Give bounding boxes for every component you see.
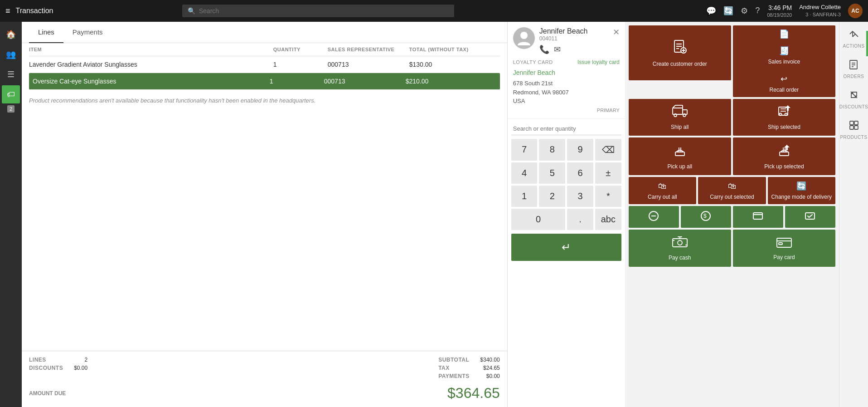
search-input[interactable] [199,7,449,15]
carry-out-all-label: Carry out all [648,194,677,200]
sidebar-item-tags[interactable]: 🏷 [2,85,20,103]
right-panel: Jennifer Beach 004011 📞 ✉ ✕ LOYALTY CARD… [507,22,625,407]
col-header-rep: SALES REPRESENTATIVE [328,47,409,52]
icon-tile-3-icon [752,211,763,224]
chat-icon[interactable]: 💬 [706,6,716,16]
num-4[interactable]: 4 [511,162,538,184]
sidebar-item-discounts[interactable]: DISCOUNTS [838,86,868,113]
sidebar-item-menu[interactable]: ☰ [2,65,20,83]
customer-loyalty-name[interactable]: Jennifer Beach [513,69,620,76]
create-customer-order-icon [672,39,688,58]
tiles-row-carry: 🛍 Carry out all 🛍 Carry out selected 🔄 C… [629,177,835,204]
svg-point-19 [785,113,787,115]
customer-contacts: 📞 ✉ [539,44,608,54]
ship-selected-label: Ship selected [768,124,800,130]
num-abc[interactable]: abc [595,209,621,230]
pickup-selected-tile[interactable]: Pick up selected [733,137,835,175]
num-dot[interactable]: . [567,209,593,230]
discounts-row: DISCOUNTS $0.00 [29,365,87,371]
recall-order-tile[interactable]: ↩ Recall order [733,70,835,97]
email-icon[interactable]: ✉ [554,44,561,54]
active-indicator [866,31,868,56]
tabs: Lines Payments [22,22,507,43]
topbar-right: 💬 🔄 ⚙ ? 3:46 PM 08/19/2020 Andrew Collet… [706,4,863,18]
num-backspace[interactable]: ⌫ [595,139,621,161]
icon-tile-1[interactable] [629,206,679,228]
svg-point-10 [674,114,677,117]
icon-tile-2[interactable]: $ [681,206,731,228]
help-icon[interactable]: ? [755,6,760,15]
svg-point-46 [855,96,856,98]
sidebar-item-products[interactable]: PRODUCTS [838,117,868,143]
enter-button[interactable]: ↵ [511,234,621,261]
refresh-icon[interactable]: 🔄 [723,6,733,16]
pay-card-icon [776,235,792,251]
left-sidebar: 🏠 👥 ☰ 🏷 2 [0,22,22,407]
pay-card-tile[interactable]: Pay card [733,230,835,266]
carry-out-all-icon: 🛍 [658,181,666,191]
pickup-selected-icon [777,143,791,161]
issue-loyalty-link[interactable]: Issue loyalty card [577,59,620,65]
num-9[interactable]: 9 [567,139,593,161]
num-8[interactable]: 8 [539,139,565,161]
settings-icon[interactable]: ⚙ [741,6,748,16]
num-6[interactable]: 6 [567,162,593,184]
sidebar-badge[interactable]: 2 [7,105,15,113]
sidebar-item-customers[interactable]: 👥 [2,45,20,64]
svg-point-0 [520,32,528,39]
products-label: PRODUCTS [840,135,867,140]
sidebar-item-home[interactable]: 🏠 [2,25,20,44]
phone-icon[interactable]: 📞 [539,44,549,54]
num-5[interactable]: 5 [539,162,565,184]
num-3[interactable]: 3 [567,186,593,207]
sidebar-item-actions[interactable]: ACTIONS [841,25,867,52]
tiles-row-2b: 🧾 Sales invoice ↩ Recall order [629,82,835,97]
change-mode-delivery-tile[interactable]: 🔄 Change mode of delivery [768,177,835,204]
tab-lines[interactable]: Lines [29,22,63,43]
num-multiply[interactable]: * [595,186,621,207]
ship-all-tile[interactable]: Ship all [629,99,731,136]
customer-info: Jennifer Beach 004011 📞 ✉ [539,27,608,54]
item-qty: 1 [270,78,324,85]
pickup-all-tile[interactable]: Pick up all [629,137,731,175]
create-customer-order-label: Create customer order [653,61,707,67]
create-quote-icon: 📄 [779,29,789,39]
svg-point-18 [779,113,781,115]
payments-row: PAYMENTS $0.00 [438,373,500,379]
numpad-search-input[interactable] [511,123,621,135]
customer-id: 004011 [539,35,608,42]
lines-row: LINES 2 [29,357,87,363]
ship-selected-tile[interactable]: Ship selected [733,99,835,136]
num-0[interactable]: 0 [511,209,566,230]
table-row[interactable]: Lavender Gradient Aviator Sunglasses 1 0… [29,56,500,73]
num-7[interactable]: 7 [511,139,538,161]
close-customer-button[interactable]: ✕ [613,27,620,37]
icon-tile-3[interactable] [733,206,783,228]
avatar[interactable]: AC [848,4,863,18]
search-bar[interactable]: 🔍 [182,5,454,17]
carry-out-all-tile[interactable]: 🛍 Carry out all [629,177,696,204]
icon-tile-4[interactable] [785,206,835,228]
sidebar-item-orders[interactable]: ORDERS [842,56,866,83]
num-plusminus[interactable]: ± [595,162,621,184]
carry-out-selected-tile[interactable]: 🛍 Carry out selected [698,177,766,204]
primary-badge: PRIMARY [513,108,620,113]
create-customer-order-tile[interactable]: Create customer order [629,25,731,80]
item-total: $210.00 [406,78,496,85]
change-mode-delivery-icon: 🔄 [796,181,806,191]
col-header-qty: QUANTITY [273,47,328,52]
content-area: Lines Payments ITEM QUANTITY SALES REPRE… [22,22,507,407]
ship-all-icon [672,104,688,121]
recall-order-label: Recall order [770,87,799,93]
tab-payments[interactable]: Payments [63,22,112,43]
pay-cash-icon [672,235,688,252]
num-2[interactable]: 2 [539,186,565,207]
sales-invoice-tile[interactable]: 🧾 Sales invoice [733,42,835,69]
ship-all-label: Ship all [671,124,689,130]
footer-totals: LINES 2 DISCOUNTS $0.00 SUBTOTAL $340.00… [22,351,507,407]
hamburger-menu[interactable]: ≡ [5,6,10,16]
pay-cash-tile[interactable]: Pay cash [629,230,731,266]
table-row[interactable]: Oversize Cat-eye Sunglasses 1 000713 $21… [29,73,500,90]
num-1[interactable]: 1 [511,186,538,207]
loyalty-row: LOYALTY CARD Issue loyalty card [513,59,620,65]
